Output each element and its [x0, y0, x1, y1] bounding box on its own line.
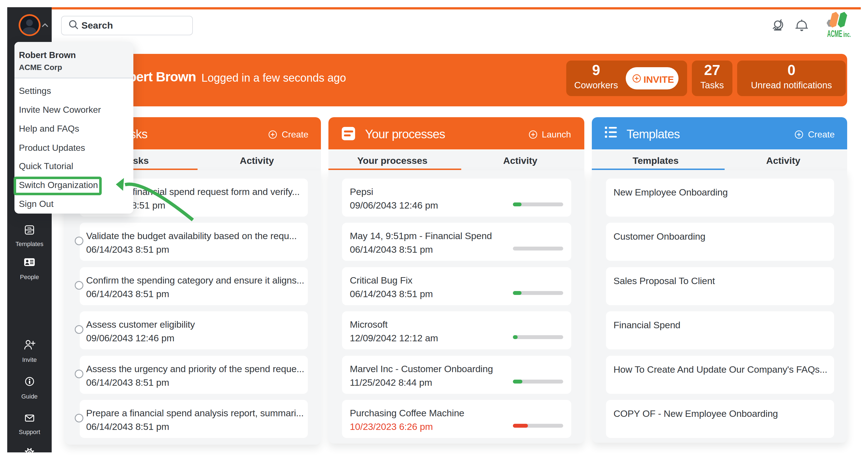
svg-text:inc.: inc. — [843, 30, 851, 39]
svg-text:ACME: ACME — [827, 28, 842, 39]
